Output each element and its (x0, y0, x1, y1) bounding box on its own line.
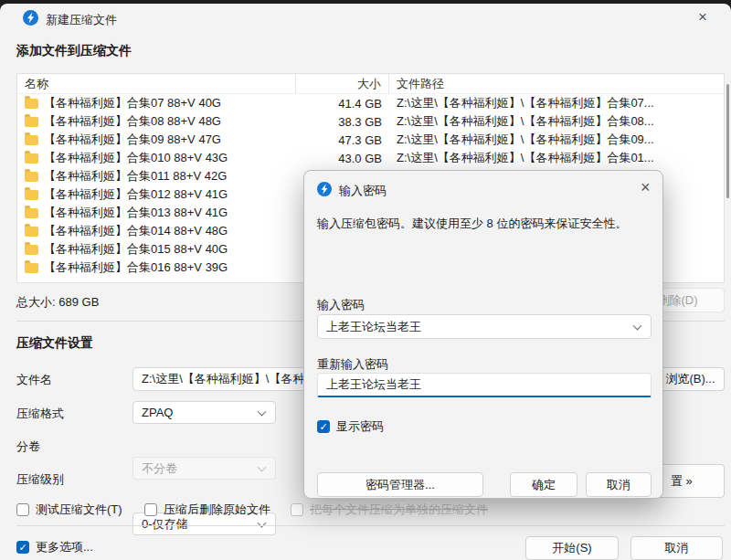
folder-icon (25, 245, 38, 255)
section-add-files: 添加文件到压缩文件 (16, 43, 132, 59)
format-select[interactable]: ZPAQ (132, 401, 276, 424)
checkbox-compress-separately: 把每个文件压缩为单独的压缩文件 (291, 502, 488, 518)
checkbox-delete-original[interactable]: 压缩后删除原始文件 (144, 502, 270, 518)
level-label: 压缩级别 (16, 471, 64, 488)
password-dialog: 输入密码 × 输入压缩包密码。建议使用至少 8 位的密码来保证安全性。 输入密码… (303, 170, 663, 499)
level-value: 0-仅存储 (142, 516, 188, 533)
confirm-password-input[interactable]: 上老王论坛当老王 (317, 373, 652, 397)
folder-icon (25, 208, 38, 218)
file-name: 【各种福利姬】合集010 88+V 43G (44, 150, 228, 166)
format-value: ZPAQ (142, 406, 173, 419)
file-path: Z:\这里\【各种福利姬】\【各种福利姬】合集01... (389, 150, 724, 166)
file-size: 43.0 GB (296, 152, 389, 165)
volume-value: 不分卷 (142, 460, 177, 477)
start-button[interactable]: 开始(S) (525, 536, 619, 560)
password-combobox[interactable]: 上老王论坛当老王 (317, 314, 652, 339)
file-path: Z:\这里\【各种福利姬】\【各种福利姬】合集09... (389, 132, 724, 148)
checkbox-label: 把每个文件压缩为单独的压缩文件 (310, 502, 488, 518)
screen: 新建压缩文件 × 添加文件到压缩文件 名称 大小 文件路径 【各种福利姬】合集0… (0, 0, 731, 560)
file-name: 【各种福利姬】合集07 88+V 40G (44, 95, 221, 111)
password-label: 输入密码 (317, 297, 365, 313)
checkbox-show-password[interactable]: ✓ 显示密码 (317, 418, 384, 435)
table-row[interactable]: 【各种福利姬】合集07 88+V 40G 41.4 GB Z:\这里\【各种福利… (17, 94, 724, 112)
checkbox-checked-icon[interactable]: ✓ (317, 420, 330, 433)
total-size-label: 总大小: 689 GB (16, 294, 99, 311)
folder-icon (25, 153, 38, 164)
checkbox-test-archive[interactable]: 测试压缩文件(T) (16, 502, 122, 518)
dialog-cancel-button[interactable]: 取消 (586, 472, 652, 497)
file-path: Z:\这里\【各种福利姬】\【各种福利姬】合集07... (389, 95, 724, 111)
file-list-scrollbar[interactable] (726, 84, 729, 198)
folder-icon (25, 117, 38, 127)
checkbox-icon[interactable] (144, 503, 157, 516)
folder-icon (25, 190, 38, 200)
checkbox-checked-icon[interactable]: ✓ (16, 541, 29, 554)
settings-button-label: 置 » (671, 473, 693, 490)
volume-select: 不分卷 (132, 457, 276, 480)
dialog-logo-icon (317, 182, 332, 196)
file-size: 47.3 GB (296, 133, 389, 147)
filename-label: 文件名 (16, 372, 52, 388)
file-name: 【各种福利姬】合集012 88+V 41G (44, 186, 228, 203)
volume-label: 分卷 (16, 438, 40, 455)
table-row[interactable]: 【各种福利姬】合集010 88+V 43G 43.0 GB Z:\这里\【各种福… (17, 149, 724, 167)
divider (16, 525, 725, 526)
password-manager-button[interactable]: 密码管理器... (317, 472, 483, 497)
checkbox-label: 测试压缩文件(T) (36, 502, 122, 518)
file-name: 【各种福利姬】合集08 88+V 48G (44, 113, 221, 130)
chevron-down-icon (258, 462, 267, 471)
file-table-header[interactable]: 名称 大小 文件路径 (17, 74, 724, 94)
file-size: 38.3 GB (296, 115, 389, 129)
column-header-name[interactable]: 名称 (17, 74, 296, 93)
file-name: 【各种福利姬】合集011 88+V 42G (44, 168, 227, 185)
app-logo-icon (23, 10, 38, 26)
folder-icon (25, 99, 38, 109)
checkbox-label: 更多选项... (36, 539, 93, 555)
dialog-description: 输入压缩包密码。建议使用至少 8 位的密码来保证安全性。 (317, 215, 652, 233)
file-name: 【各种福利姬】合集014 88+V 48G (44, 223, 228, 239)
checkbox-label: 显示密码 (336, 418, 384, 435)
checkbox-label: 压缩后删除原始文件 (164, 502, 270, 518)
file-path: Z:\这里\【各种福利姬】\【各种福利姬】合集08... (389, 113, 724, 130)
table-row[interactable]: 【各种福利姬】合集09 88+V 47G 47.3 GB Z:\这里\【各种福利… (17, 131, 724, 149)
checkbox-icon (291, 503, 303, 516)
folder-icon (25, 263, 38, 273)
browse-button[interactable]: 浏览(B)... (656, 367, 725, 391)
folder-icon (25, 135, 38, 145)
folder-icon (25, 172, 38, 182)
file-name: 【各种福利姬】合集016 88+V 39G (44, 259, 228, 276)
section-archive-settings: 压缩文件设置 (16, 335, 93, 352)
folder-icon (25, 227, 38, 237)
table-row[interactable]: 【各种福利姬】合集08 88+V 48G 38.3 GB Z:\这里\【各种福利… (17, 112, 724, 131)
confirm-password-label: 重新输入密码 (317, 356, 388, 373)
window-title: 新建压缩文件 (46, 12, 117, 28)
chevron-down-icon (633, 321, 642, 330)
cancel-button[interactable]: 取消 (630, 536, 723, 560)
chevron-down-icon (258, 407, 267, 416)
file-name: 【各种福利姬】合集09 88+V 47G (44, 132, 221, 148)
ok-button[interactable]: 确定 (510, 472, 577, 497)
checkbox-icon[interactable] (16, 503, 29, 516)
dialog-title: 输入密码 (339, 183, 387, 199)
checkbox-more-options[interactable]: ✓ 更多选项... (16, 539, 93, 555)
window-close-icon[interactable]: × (698, 9, 707, 25)
column-header-size[interactable]: 大小 (296, 74, 389, 93)
column-header-path[interactable]: 文件路径 (389, 74, 724, 93)
file-size: 41.4 GB (296, 97, 389, 111)
file-name: 【各种福利姬】合集013 88+V 41G (44, 205, 228, 221)
format-label: 压缩格式 (16, 406, 64, 422)
dialog-close-icon[interactable]: × (641, 179, 651, 195)
file-name: 【各种福利姬】合集015 88+V 40G (44, 241, 228, 258)
password-value: 上老王论坛当老王 (326, 319, 421, 335)
